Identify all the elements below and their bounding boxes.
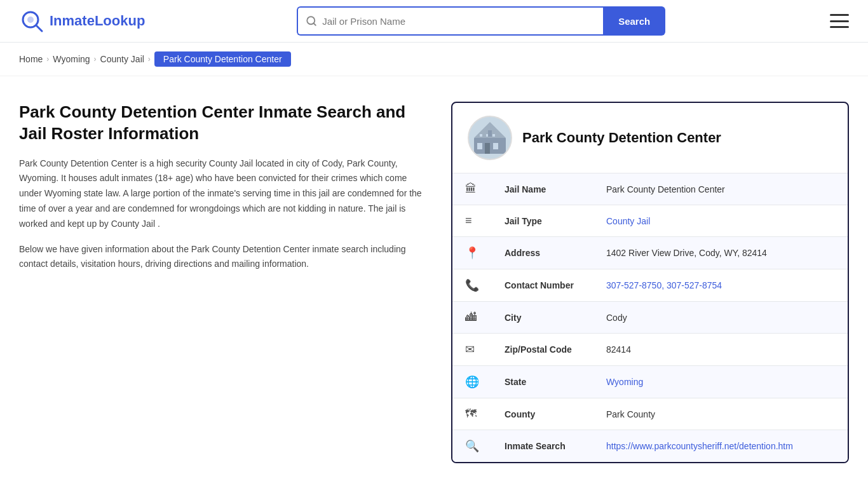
description-1: Park County Detention Center is a high s… xyxy=(19,156,426,232)
table-row: 🗺CountyPark County xyxy=(452,398,848,430)
table-row: 📍Address1402 River View Drive, Cody, WY,… xyxy=(452,237,848,269)
field-value: Park County Detention Center xyxy=(593,173,848,205)
field-icon-cell: 🏙 xyxy=(452,302,492,334)
field-label: City xyxy=(492,302,593,334)
card-header: Park County Detention Center xyxy=(452,103,848,173)
table-row: ✉Zip/Postal Code82414 xyxy=(452,334,848,366)
svg-rect-9 xyxy=(477,143,482,149)
logo[interactable]: InmateLookup xyxy=(19,8,145,34)
logo-text: InmateLookup xyxy=(50,13,145,29)
field-icon-cell: 🔍 xyxy=(452,430,492,463)
field-label: County xyxy=(492,398,593,430)
field-value: https://www.parkcountysheriff.net/detent… xyxy=(593,430,848,463)
table-row: 📞Contact Number307-527-8750, 307-527-875… xyxy=(452,269,848,302)
field-value-link[interactable]: https://www.parkcountysheriff.net/detent… xyxy=(606,441,793,451)
svg-point-2 xyxy=(27,17,34,23)
chevron-icon-2: › xyxy=(94,55,97,64)
search-input[interactable] xyxy=(322,16,595,27)
breadcrumb-home[interactable]: Home xyxy=(19,54,43,64)
svg-line-1 xyxy=(36,25,42,31)
table-row: 🌐StateWyoming xyxy=(452,366,848,398)
logo-icon xyxy=(19,8,44,34)
search-button[interactable]: Search xyxy=(603,6,665,36)
svg-rect-7 xyxy=(485,143,490,154)
right-panel: Park County Detention Center 🏛Jail NameP… xyxy=(451,102,849,463)
breadcrumb: Home › Wyoming › County Jail › Park Coun… xyxy=(0,43,868,76)
field-value: Wyoming xyxy=(593,366,848,398)
field-value: 1402 River View Drive, Cody, WY, 82414 xyxy=(593,237,848,269)
field-icon-cell: 🏛 xyxy=(452,173,492,205)
left-panel: Park County Detention Center Inmate Sear… xyxy=(19,102,426,463)
field-value: 307-527-8750, 307-527-8754 xyxy=(593,269,848,302)
hamburger-line-3 xyxy=(830,26,849,28)
svg-line-4 xyxy=(314,23,316,25)
table-row: 🏙CityCody xyxy=(452,302,848,334)
chevron-icon-1: › xyxy=(46,55,49,64)
field-value: County Jail xyxy=(593,205,848,237)
field-label: Contact Number xyxy=(492,269,593,302)
field-icon-cell: ✉ xyxy=(452,334,492,366)
search-bar: Search xyxy=(297,6,665,36)
field-icon-cell: 📞 xyxy=(452,269,492,302)
field-value-link[interactable]: Wyoming xyxy=(606,377,643,387)
table-row: ≡Jail TypeCounty Jail xyxy=(452,205,848,237)
svg-rect-12 xyxy=(492,134,495,137)
field-label: Inmate Search xyxy=(492,430,593,463)
hamburger-line-2 xyxy=(830,20,849,22)
field-icon-cell: ≡ xyxy=(452,205,492,237)
breadcrumb-current: Park County Detention Center xyxy=(154,51,291,67)
description-2: Below we have given information about th… xyxy=(19,242,426,273)
field-label: State xyxy=(492,366,593,398)
table-row: 🔍Inmate Searchhttps://www.parkcountysher… xyxy=(452,430,848,463)
info-table: 🏛Jail NamePark County Detention Center≡J… xyxy=(452,173,848,462)
field-icon-cell: 🌐 xyxy=(452,366,492,398)
chevron-icon-3: › xyxy=(148,55,151,64)
breadcrumb-wyoming[interactable]: Wyoming xyxy=(53,54,90,64)
svg-rect-10 xyxy=(480,134,482,137)
field-label: Zip/Postal Code xyxy=(492,334,593,366)
field-label: Jail Name xyxy=(492,173,593,205)
field-value-link[interactable]: 307-527-8750, 307-527-8754 xyxy=(606,280,722,290)
facility-avatar xyxy=(468,116,512,160)
search-input-wrap xyxy=(297,6,603,36)
main-content: Park County Detention Center Inmate Sear… xyxy=(0,76,868,488)
field-label: Jail Type xyxy=(492,205,593,237)
field-value: 82414 xyxy=(593,334,848,366)
field-value-link[interactable]: County Jail xyxy=(606,216,650,226)
menu-button[interactable] xyxy=(830,14,849,28)
hamburger-line-1 xyxy=(830,14,849,16)
page-title: Park County Detention Center Inmate Sear… xyxy=(19,102,426,145)
svg-rect-13 xyxy=(488,130,492,137)
table-row: 🏛Jail NamePark County Detention Center xyxy=(452,173,848,205)
svg-rect-8 xyxy=(493,143,498,149)
info-card: Park County Detention Center 🏛Jail NameP… xyxy=(451,102,849,463)
field-label: Address xyxy=(492,237,593,269)
facility-name-heading: Park County Detention Center xyxy=(522,130,721,146)
field-icon-cell: 🗺 xyxy=(452,398,492,430)
search-icon xyxy=(306,15,317,27)
field-icon-cell: 📍 xyxy=(452,237,492,269)
breadcrumb-county-jail[interactable]: County Jail xyxy=(100,54,144,64)
field-value: Park County xyxy=(593,398,848,430)
field-value: Cody xyxy=(593,302,848,334)
facility-building-icon xyxy=(471,119,509,157)
header: InmateLookup Search xyxy=(0,0,868,43)
